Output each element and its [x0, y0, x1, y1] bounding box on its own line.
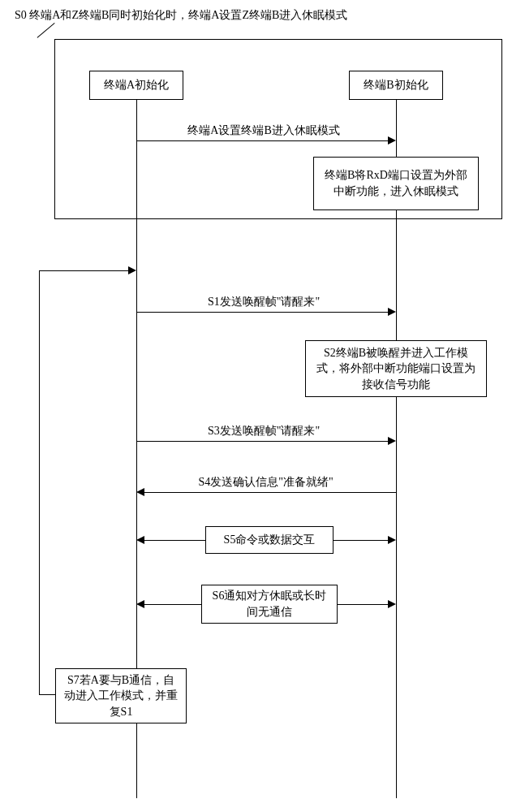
- s4-label: S4发送确认信息"准备就绪": [158, 475, 373, 490]
- s3-arrow: [388, 437, 396, 445]
- s3-label: S3发送唤醒帧"请醒来": [162, 424, 365, 438]
- s5-box: S5命令或数据交互: [205, 526, 334, 554]
- s4-arrow: [136, 488, 144, 496]
- s5-line-right: [334, 540, 389, 541]
- loop-bottom-h: [39, 694, 55, 695]
- s3-line: [136, 441, 389, 442]
- s5-arrow-right: [388, 536, 396, 544]
- s0-frame-cut: [37, 23, 55, 38]
- s6-line-right: [338, 604, 389, 605]
- terminal-b-init-label: 终端B初始化: [364, 77, 428, 93]
- s7-label: S7若A要与B通信，自动进入工作模式，并重复S1: [62, 672, 179, 720]
- sequence-diagram: S0 终端A和Z终端B同时初始化时，终端A设置Z终端B进入休眠模式 终端A初始化…: [0, 0, 525, 812]
- s1-line: [136, 312, 389, 313]
- s0-b-sleep-label: 终端B将RxD端口设置为外部中断功能，进入休眠模式: [321, 167, 471, 199]
- terminal-b-init-box: 终端B初始化: [349, 71, 443, 100]
- s4-line: [143, 492, 396, 493]
- s0-b-sleep-box: 终端B将RxD端口设置为外部中断功能，进入休眠模式: [313, 157, 479, 210]
- s5-line-left: [143, 540, 205, 541]
- s5-arrow-left: [136, 536, 144, 544]
- s2-label: S2终端B被唤醒并进入工作模式，将外部中断功能端口设置为接收信号功能: [312, 345, 480, 393]
- s6-box: S6通知对方休眠或长时间无通信: [201, 585, 338, 624]
- s6-label: S6通知对方休眠或长时间无通信: [207, 588, 332, 620]
- terminal-a-init-label: 终端A初始化: [104, 77, 169, 93]
- s6-line-left: [143, 604, 201, 605]
- loop-top-arrow: [128, 266, 136, 274]
- s6-arrow-left: [136, 600, 144, 608]
- s7-box: S7若A要与B通信，自动进入工作模式，并重复S1: [55, 668, 187, 723]
- s0-msg-set-sleep-line: [136, 140, 389, 141]
- s2-box: S2终端B被唤醒并进入工作模式，将外部中断功能端口设置为接收信号功能: [305, 340, 487, 397]
- s6-arrow-right: [388, 600, 396, 608]
- s0-msg-set-sleep-arrow: [388, 136, 396, 145]
- terminal-a-init-box: 终端A初始化: [89, 71, 183, 100]
- s0-msg-set-sleep-label: 终端A设置终端B进入休眠模式: [158, 123, 369, 138]
- s5-label: S5命令或数据交互: [224, 532, 316, 548]
- s1-arrow: [388, 308, 396, 316]
- loop-top-h: [39, 270, 130, 271]
- s1-label: S1发送唤醒帧"请醒来": [162, 295, 365, 309]
- s0-header-label: S0 终端A和Z终端B同时初始化时，终端A设置Z终端B进入休眠模式: [15, 8, 347, 23]
- loop-left-v: [39, 270, 40, 694]
